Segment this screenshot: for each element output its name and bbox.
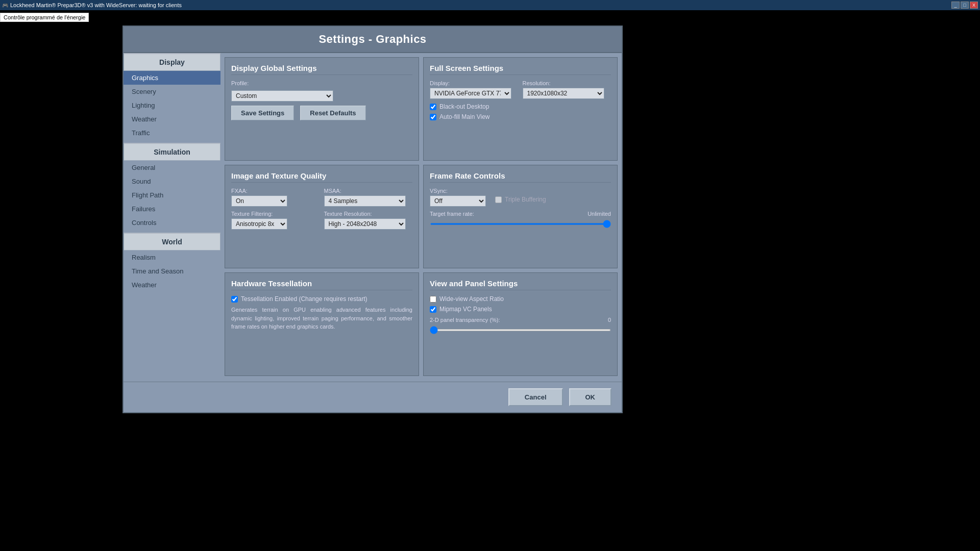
settings-dialog: Settings - Graphics Display Graphics Sce… xyxy=(122,26,623,413)
save-settings-button[interactable]: Save Settings xyxy=(231,106,294,120)
transparency-row: 2-D panel transparency (%): 0 xyxy=(430,317,611,323)
profile-row: Profile: xyxy=(231,80,412,86)
sidebar-item-scenery[interactable]: Scenery xyxy=(124,85,220,98)
tessellation-row: Tessellation Enabled (Change requires re… xyxy=(231,295,412,303)
blackout-checkbox[interactable] xyxy=(430,104,436,110)
display-col: Display: NVIDIA GeForce GTX 770 xyxy=(430,80,519,99)
sidebar-item-sound[interactable]: Sound xyxy=(124,174,220,188)
frame-rate-panel: Frame Rate Controls VSync: Off On Triple… xyxy=(423,165,618,268)
triple-buffering-checkbox[interactable] xyxy=(495,196,502,203)
msaa-col: MSAA: 4 Samples Off 2 Samples 8 Samples xyxy=(324,188,413,207)
texture-res-label: Texture Resolution: xyxy=(324,211,413,217)
hardware-tess-panel: Hardware Tessellation Tessellation Enabl… xyxy=(225,272,419,376)
full-screen-panel: Full Screen Settings Display: NVIDIA GeF… xyxy=(423,57,618,161)
sidebar: Display Graphics Scenery Lighting Weathe… xyxy=(124,53,220,380)
sidebar-item-failures[interactable]: Failures xyxy=(124,202,220,216)
triple-buffering-label: Triple Buffering xyxy=(505,196,546,203)
sidebar-simulation-header: Simulation xyxy=(124,143,220,161)
target-label: Target frame rate: xyxy=(430,211,474,217)
dialog-footer: Cancel OK xyxy=(124,382,622,412)
texture-filter-col: Texture Filtering: Anisotropic 8x xyxy=(231,211,320,230)
panels-area: Display Global Settings Profile: Custom … xyxy=(220,53,622,380)
transparency-label: 2-D panel transparency (%): xyxy=(430,317,500,323)
energy-label: Contrôle programmé de l'énergie xyxy=(0,13,89,22)
image-texture-title: Image and Texture Quality xyxy=(231,171,412,183)
sidebar-item-weather-display[interactable]: Weather xyxy=(124,112,220,126)
titlebar-text: Lockheed Martin® Prepar3D® v3 with WideS… xyxy=(10,2,182,8)
display-global-panel: Display Global Settings Profile: Custom … xyxy=(225,57,419,161)
blackout-row: Black-out Desktop xyxy=(430,103,611,110)
mipmap-label: Mipmap VC Panels xyxy=(439,306,492,313)
sidebar-item-graphics[interactable]: Graphics xyxy=(124,71,220,85)
titlebar-controls: _ □ X xyxy=(951,2,978,9)
display-select[interactable]: NVIDIA GeForce GTX 770 xyxy=(430,88,511,99)
resolution-select[interactable]: 1920x1080x32 xyxy=(523,88,604,99)
app-icon: 🎮 xyxy=(2,3,8,8)
vsync-label: VSync: xyxy=(430,188,611,194)
texture-filter-label: Texture Filtering: xyxy=(231,211,320,217)
ok-button[interactable]: OK xyxy=(569,388,612,406)
close-button[interactable]: X xyxy=(970,2,978,9)
dialog-title: Settings - Graphics xyxy=(124,27,622,53)
sidebar-item-controls[interactable]: Controls xyxy=(124,216,220,230)
resolution-sub-label: Resolution: xyxy=(523,80,611,86)
msaa-select[interactable]: 4 Samples Off 2 Samples 8 Samples xyxy=(324,195,406,207)
full-screen-title: Full Screen Settings xyxy=(430,64,611,75)
display-global-title: Display Global Settings xyxy=(231,64,412,75)
frame-rate-title: Frame Rate Controls xyxy=(430,171,611,183)
framerate-slider[interactable] xyxy=(430,223,611,225)
tessellation-checkbox[interactable] xyxy=(231,296,238,303)
transparency-slider[interactable] xyxy=(430,329,611,331)
vsync-select[interactable]: Off On xyxy=(430,195,486,207)
target-framerate-row: Target frame rate: Unlimited xyxy=(430,211,611,217)
sidebar-item-weather-world[interactable]: Weather xyxy=(124,278,220,292)
wideview-label: Wide-view Aspect Ratio xyxy=(439,295,504,303)
profile-select-row: Custom xyxy=(231,90,412,102)
tessellation-label: Tessellation Enabled (Change requires re… xyxy=(241,295,367,303)
sidebar-item-lighting[interactable]: Lighting xyxy=(124,98,220,112)
fxaa-msaa-row: FXAA: On Off MSAA: 4 Samples Off 2 Sampl… xyxy=(231,188,412,207)
profile-select[interactable]: Custom xyxy=(231,90,333,102)
sidebar-item-realism[interactable]: Realism xyxy=(124,251,220,264)
full-screen-cols: Display: NVIDIA GeForce GTX 770 Resoluti… xyxy=(430,80,611,99)
vsync-row: Off On Triple Buffering xyxy=(430,195,611,207)
settings-btn-row: Save Settings Reset Defaults xyxy=(231,106,412,120)
restore-button[interactable]: □ xyxy=(961,2,969,9)
fxaa-col: FXAA: On Off xyxy=(231,188,320,207)
mipmap-checkbox[interactable] xyxy=(430,306,436,313)
minimize-button[interactable]: _ xyxy=(951,2,960,9)
sidebar-item-general[interactable]: General xyxy=(124,161,220,174)
autofill-checkbox[interactable] xyxy=(430,114,436,120)
autofill-row: Auto-fill Main View xyxy=(430,113,611,120)
display-sub-label: Display: xyxy=(430,80,519,86)
titlebar-left: 🎮 Lockheed Martin® Prepar3D® v3 with Wid… xyxy=(2,2,182,8)
profile-label: Profile: xyxy=(231,80,262,86)
texture-res-col: Texture Resolution: High - 2048x2048 xyxy=(324,211,413,230)
hardware-tess-title: Hardware Tessellation xyxy=(231,279,412,290)
resolution-col: Resolution: 1920x1080x32 xyxy=(523,80,611,99)
texture-res-select[interactable]: High - 2048x2048 xyxy=(324,218,406,230)
titlebar: 🎮 Lockheed Martin® Prepar3D® v3 with Wid… xyxy=(0,0,980,10)
texture-row: Texture Filtering: Anisotropic 8x Textur… xyxy=(231,211,412,230)
fullscreen-checkboxes: Black-out Desktop Auto-fill Main View xyxy=(430,103,611,120)
wideview-row: Wide-view Aspect Ratio xyxy=(430,295,611,303)
sidebar-item-flightpath[interactable]: Flight Path xyxy=(124,188,220,202)
image-texture-panel: Image and Texture Quality FXAA: On Off M… xyxy=(225,165,419,268)
tessellation-description: Generates terrain on GPU enabling advanc… xyxy=(231,306,412,331)
fxaa-select[interactable]: On Off xyxy=(231,195,287,207)
texture-filter-select[interactable]: Anisotropic 8x xyxy=(231,218,287,230)
sidebar-item-timeseason[interactable]: Time and Season xyxy=(124,264,220,278)
msaa-label: MSAA: xyxy=(324,188,413,194)
wideview-checkbox[interactable] xyxy=(430,296,436,303)
transparency-value: 0 xyxy=(608,317,611,323)
autofill-label: Auto-fill Main View xyxy=(439,113,489,120)
view-panel: View and Panel Settings Wide-view Aspect… xyxy=(423,272,618,376)
mipmap-row: Mipmap VC Panels xyxy=(430,306,611,313)
sidebar-world-header: World xyxy=(124,233,220,251)
content-area: Display Graphics Scenery Lighting Weathe… xyxy=(124,53,622,380)
triple-buffering-row: Triple Buffering xyxy=(495,196,546,203)
blackout-label: Black-out Desktop xyxy=(439,103,489,110)
sidebar-item-traffic[interactable]: Traffic xyxy=(124,126,220,140)
reset-defaults-button[interactable]: Reset Defaults xyxy=(300,106,365,120)
cancel-button[interactable]: Cancel xyxy=(508,388,563,406)
